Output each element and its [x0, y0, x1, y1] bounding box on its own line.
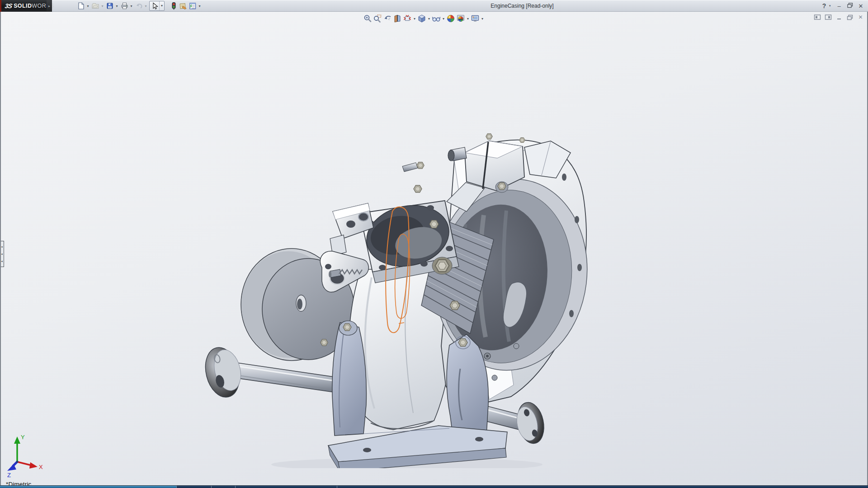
glasses-icon [432, 14, 441, 23]
menu-expand-arrow-icon[interactable]: ▸ [47, 0, 52, 12]
restore-icon [847, 3, 853, 8]
document-minimize-icon [836, 14, 842, 20]
help-button[interactable]: ? [821, 2, 827, 9]
new-document-dropdown[interactable]: ▾ [85, 4, 90, 8]
apply-scene-dropdown[interactable]: ▾ [466, 17, 470, 21]
cursor-icon [151, 2, 159, 10]
zoom-to-area-icon [373, 14, 382, 23]
graphics-viewport[interactable]: ▾ ▾ ▾ [0, 12, 868, 488]
window-restore-button[interactable] [845, 3, 854, 9]
print-dropdown[interactable]: ▾ [129, 4, 134, 8]
undo-icon [135, 2, 143, 10]
traffic-light-icon [170, 2, 178, 10]
open-document-icon [91, 2, 99, 10]
triad-x-axis [17, 462, 32, 465]
undo-dropdown[interactable]: ▾ [143, 4, 148, 8]
triad-y-label: Y [21, 434, 25, 441]
document-close-button[interactable]: ✕ [857, 14, 864, 21]
status-strip-accent [0, 486, 176, 488]
view-settings-button[interactable] [470, 14, 480, 23]
help-dropdown[interactable]: ▾ [829, 4, 833, 8]
display-style-dropdown[interactable]: ▾ [427, 17, 431, 21]
titlebar-controls: ? ▾ – ✕ [821, 0, 865, 12]
previous-view-icon [383, 14, 392, 23]
apply-scene-button[interactable] [456, 14, 466, 23]
open-document-dropdown[interactable]: ▾ [100, 4, 105, 8]
pane-toggle-right-icon [825, 14, 832, 20]
triad-z-label: Z [7, 472, 11, 479]
select-tool-dropdown[interactable]: ▾ [159, 1, 164, 10]
collapse-arrow-icon: ◂ [1, 260, 2, 263]
triad-y-arrowhead [14, 436, 20, 444]
save-icon [106, 2, 114, 10]
open-document-button[interactable] [90, 1, 100, 11]
document-window-controls: ✕ [813, 14, 864, 21]
options-dropdown[interactable]: ▾ [197, 4, 202, 8]
print-button[interactable] [119, 1, 129, 11]
view-orientation-button[interactable] [402, 14, 412, 23]
zoom-to-fit-icon [363, 14, 372, 23]
window-title: EngineCasing [Read-only] [212, 0, 832, 12]
select-tool-button[interactable] [150, 1, 159, 11]
view-settings-icon [471, 14, 480, 23]
hide-show-items-dropdown[interactable]: ▾ [441, 17, 446, 21]
new-document-icon [77, 2, 85, 10]
print-icon [120, 2, 128, 10]
status-strip [0, 485, 868, 488]
engine-casing-3d-model[interactable] [194, 122, 592, 468]
undo-button[interactable] [134, 1, 143, 11]
collapse-arrow-icon: ◂ [1, 245, 2, 248]
orientation-triad: Y X Z [3, 434, 48, 479]
window-left-edge [0, 12, 1, 488]
save-dropdown[interactable]: ▾ [114, 4, 119, 8]
window-minimize-button[interactable]: – [835, 3, 844, 9]
window-close-button[interactable]: ✕ [856, 3, 865, 9]
view-settings-dropdown[interactable]: ▾ [480, 17, 485, 21]
brand-solid: SOLID [14, 3, 32, 9]
display-style-button[interactable] [417, 14, 427, 23]
triad-x-arrowhead [29, 462, 38, 469]
select-tool-group: ▾ [149, 1, 165, 11]
model-stand-left-leg[interactable] [332, 321, 367, 436]
solidworks-logo: 3S SOLIDWORKS [0, 0, 51, 12]
view-orientation-icon [403, 14, 412, 23]
design-binder-icon [179, 2, 187, 10]
options-icon [189, 2, 197, 10]
apply-scene-icon [456, 14, 465, 23]
document-restore-icon [847, 14, 853, 20]
view-orientation-dropdown[interactable]: ▾ [412, 17, 417, 21]
solidworks-logo-mark: 3S [5, 2, 13, 9]
options-button[interactable] [188, 1, 197, 11]
pane-toggle-left-button[interactable] [813, 14, 821, 21]
hide-show-items-button[interactable] [431, 14, 441, 23]
edit-appearance-icon [446, 14, 455, 23]
main-toolbar: ▾ ▾ ▾ [76, 1, 202, 11]
traffic-light-button[interactable] [169, 1, 178, 11]
triad-x-label: X [39, 464, 43, 470]
display-style-icon [417, 14, 426, 23]
collapse-arrow-icon: ◂ [1, 253, 2, 255]
zoom-to-fit-button[interactable] [363, 14, 373, 23]
edit-appearance-button[interactable] [446, 14, 456, 23]
pane-toggle-right-button[interactable] [824, 14, 832, 21]
heads-up-view-toolbar: ▾ ▾ ▾ [363, 13, 485, 24]
design-binder-button[interactable] [178, 1, 188, 11]
document-restore-button[interactable] [846, 14, 854, 21]
pane-toggle-left-icon [814, 14, 821, 20]
document-minimize-button[interactable] [835, 14, 843, 21]
section-view-icon [393, 14, 402, 23]
previous-view-button[interactable] [382, 14, 392, 23]
section-view-button[interactable] [392, 14, 402, 23]
zoom-to-area-button[interactable] [373, 14, 382, 23]
triad-origin [16, 461, 19, 463]
save-button[interactable] [105, 1, 114, 11]
new-document-button[interactable] [76, 1, 85, 11]
titlebar: 3S SOLIDWORKS ▸ ▾ ▾ [0, 0, 868, 12]
